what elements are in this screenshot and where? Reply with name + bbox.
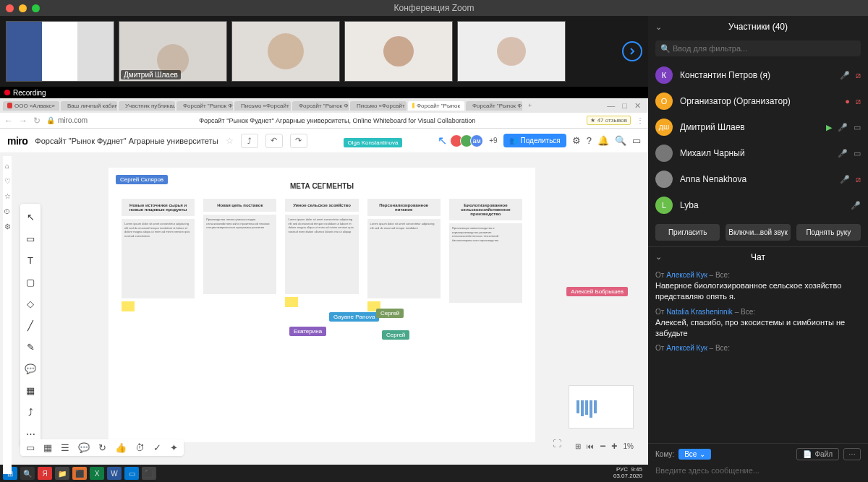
like-icon[interactable]: 👍 <box>115 442 127 453</box>
cursor-pointer-icon[interactable]: ↖ <box>438 134 447 147</box>
zoom-prev[interactable]: ⏮ <box>587 442 594 450</box>
miro-canvas[interactable]: ⌂ ♡ ☆ ⏲ ⚙ ↖ ▭ T ▢ ◇ ╱ ✎ 💬 ▦ ⤴ ⋯ Сергей С… <box>0 153 648 465</box>
system-tray[interactable]: РУС 9:45 03.07.2020 <box>613 467 645 480</box>
extension-icon[interactable]: ⋮ <box>637 116 644 124</box>
browser-tab[interactable]: Письмо «Форсайт " <box>234 101 291 111</box>
video-off-icon[interactable]: ⧄ <box>856 97 861 106</box>
undo-button[interactable]: ↶ <box>265 134 283 148</box>
timer-icon[interactable]: ⏱ <box>135 442 145 453</box>
zoom-level[interactable]: 1% <box>624 442 634 450</box>
frame-tool[interactable]: ▦ <box>25 384 36 396</box>
presence-count[interactable]: +9 <box>489 137 497 145</box>
nav-reload[interactable]: ↻ <box>33 116 41 126</box>
participant-row[interactable]: О Организатор (Организатор) ●⧄ <box>648 88 868 114</box>
gear-icon[interactable]: ⚙ <box>4 223 11 231</box>
taskbar-app[interactable]: ▭ <box>124 467 139 480</box>
present-icon[interactable]: ▭ <box>632 135 641 146</box>
home-icon[interactable]: ⌂ <box>5 162 9 170</box>
invite-button[interactable]: Пригласить <box>655 224 720 241</box>
clock-icon[interactable]: ⏲ <box>4 207 11 215</box>
raise-hand-button[interactable]: Поднять руку <box>796 224 861 241</box>
vote-icon[interactable]: ✓ <box>153 442 161 453</box>
participant-row[interactable]: Михаил Чарный 🎤▭ <box>648 140 868 166</box>
taskbar-app[interactable]: X <box>90 467 104 480</box>
star-icon[interactable]: ☆ <box>226 136 234 146</box>
recipient-select[interactable]: Все⌄ <box>678 449 711 460</box>
history-icon[interactable]: ↻ <box>98 442 106 453</box>
zoom-in[interactable]: + <box>611 440 617 452</box>
mic-muted-icon[interactable]: 🎤 <box>851 201 861 210</box>
video-tile[interactable] <box>344 21 453 82</box>
export-button[interactable]: ⤴ <box>241 134 258 148</box>
taskbar-app[interactable]: 📁 <box>55 467 69 480</box>
minimap[interactable] <box>569 385 634 429</box>
browser-tab[interactable]: Письмо «Форсайт " <box>350 101 407 111</box>
video-tile[interactable] <box>457 21 566 82</box>
search-icon[interactable]: 🔍 <box>615 135 626 146</box>
browser-tab[interactable]: ООО «Алвакс» <box>3 101 59 111</box>
participant-row[interactable]: L Lyba 🎤 <box>648 192 868 218</box>
comment-icon[interactable]: 💬 <box>78 442 90 453</box>
video-icon[interactable]: ▭ <box>854 123 861 132</box>
board-name[interactable]: Форсайт "Рынок Фуднет" Аграрные универси… <box>35 137 218 145</box>
mic-icon[interactable]: 🎤 <box>838 149 848 158</box>
browser-maximize[interactable]: □ <box>622 101 627 111</box>
video-tile-self[interactable]: К <box>6 21 114 82</box>
mac-maximize[interactable] <box>32 4 40 12</box>
taskbar-app[interactable]: W <box>107 467 122 480</box>
mic-muted-icon[interactable]: 🎤 <box>840 71 850 80</box>
participants-search[interactable] <box>655 40 861 56</box>
taskbar-app[interactable]: Я <box>38 467 52 480</box>
layers-icon[interactable]: ☰ <box>61 442 69 453</box>
mic-muted-icon[interactable]: 🎤 <box>840 175 850 184</box>
frame-icon[interactable]: ▭ <box>26 442 35 453</box>
mac-close[interactable] <box>6 4 14 12</box>
share-button[interactable]: 👥 Поделиться <box>503 134 566 147</box>
chat-header[interactable]: ⌄ Чат <box>648 246 868 267</box>
shape-tool[interactable]: ◇ <box>25 298 36 309</box>
grid-icon[interactable]: ▦ <box>43 442 52 453</box>
mac-minimize[interactable] <box>19 4 27 12</box>
browser-tab-active[interactable]: Форсайт "Рынок <box>408 101 464 111</box>
video-tile[interactable]: Дмитрий Шлаев <box>119 21 227 82</box>
video-tile[interactable] <box>231 21 340 82</box>
browser-minimize[interactable]: — <box>607 101 615 111</box>
taskbar-app[interactable]: ⬛ <box>72 467 87 480</box>
mute-all-button[interactable]: Включи...вой звук <box>726 224 790 241</box>
rating-badge[interactable]: ★ 47 отзывов <box>587 116 631 125</box>
mic-muted-icon[interactable]: ● <box>845 97 850 106</box>
sticky-note[interactable] <box>285 297 298 307</box>
line-tool[interactable]: ╱ <box>25 319 36 331</box>
column[interactable]: Биологизированное сельскохозяйственное п… <box>449 199 522 311</box>
chat-messages[interactable]: От Алексей Кук – Все: Наверное биологизи… <box>648 267 868 443</box>
browser-tab[interactable]: Форсайт "Рынок Фуд <box>176 101 233 111</box>
browser-tab[interactable]: Форсайт "Рынок Фуд <box>292 101 349 111</box>
sparkle-icon[interactable]: ✦ <box>170 442 178 453</box>
column[interactable]: Новая цепь поставокПроизводство легких у… <box>203 199 276 311</box>
zoom-out[interactable]: − <box>600 440 605 452</box>
column[interactable]: Новые источники сырья и новые пищевые пр… <box>122 199 195 311</box>
select-tool[interactable]: ↖ <box>25 211 36 223</box>
text-tool[interactable]: T <box>25 254 36 266</box>
template-tool[interactable]: ▭ <box>25 233 36 244</box>
taskbar-app[interactable]: ⬛ <box>142 467 156 480</box>
fullscreen-icon[interactable]: ⛶ <box>553 439 561 449</box>
chat-input[interactable] <box>655 463 861 478</box>
attach-file-button[interactable]: 📄Файл <box>796 448 839 460</box>
presence-avatars[interactable]: ам <box>453 134 483 147</box>
participant-row[interactable]: Anna Nenakhova 🎤⧄ <box>648 166 868 192</box>
more-button[interactable]: ⋯ <box>843 448 861 460</box>
new-tab-button[interactable]: + <box>524 102 536 109</box>
sticky-note[interactable] <box>122 301 135 311</box>
fit-icon[interactable]: ⊞ <box>575 442 581 450</box>
video-icon[interactable]: ▭ <box>854 149 861 158</box>
help-icon[interactable]: ? <box>587 135 592 146</box>
comment-tool[interactable]: 💬 <box>25 363 36 374</box>
url-field[interactable]: 🔒 miro.com <box>46 116 88 124</box>
heart-icon[interactable]: ♡ <box>4 177 11 185</box>
star-icon[interactable]: ☆ <box>4 192 11 200</box>
whiteboard-frame[interactable]: Сергей Скляров МЕТА СЕГМЕНТЫ Новые источ… <box>109 168 535 442</box>
nav-forward[interactable]: → <box>19 116 27 126</box>
more-tools[interactable]: ⋯ <box>25 428 36 439</box>
participant-row[interactable]: ДШ Дмитрий Шлаев ▶🎤▭ <box>648 114 868 140</box>
